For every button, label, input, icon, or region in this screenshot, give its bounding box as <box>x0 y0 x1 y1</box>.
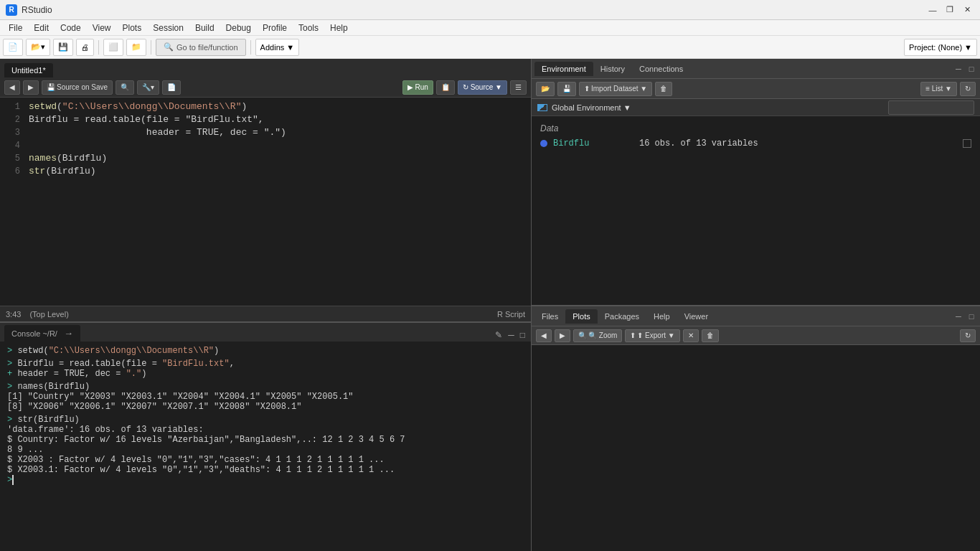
tab-packages[interactable]: Packages <box>598 309 646 324</box>
run-button[interactable]: ▶ Run <box>402 80 433 95</box>
console-minimize-icon[interactable]: ─ <box>507 329 516 342</box>
files-minimize-btn[interactable]: ─ <box>953 311 964 322</box>
console-line: > setwd("C:\\Users\\dongg\\Documents\\R"… <box>7 346 524 356</box>
zoom-btn[interactable]: 🔍 🔍 Zoom <box>573 329 622 342</box>
env-maximize-btn[interactable]: □ <box>966 63 977 75</box>
menu-item-view[interactable]: View <box>87 22 117 34</box>
tab-connections[interactable]: Connections <box>632 62 690 76</box>
addins-button[interactable]: Addins ▼ <box>255 39 300 56</box>
load-workspace-btn[interactable]: 📂 <box>536 82 555 96</box>
project-open-button[interactable]: 📁 <box>126 39 146 56</box>
import-dataset-btn[interactable]: ⬆ Import Dataset ▼ <box>579 82 652 96</box>
env-expand-btn[interactable] <box>963 139 971 148</box>
env-var-value: 16 obs. of 13 variables <box>639 138 758 149</box>
env-refresh-btn[interactable]: ↻ <box>960 82 976 96</box>
console-command: Birdflu = read.table(file = "BirdFlu.txt… <box>17 359 234 369</box>
menu-item-tools[interactable]: Tools <box>293 22 324 34</box>
tab-plots[interactable]: Plots <box>565 309 597 324</box>
compile-button[interactable]: 📄 <box>162 80 181 95</box>
save-button[interactable]: 💾 <box>53 39 73 56</box>
console-panel: Console ~/R/ → ✎ ─ □ > setwd("C:\\Users\… <box>0 321 531 551</box>
tab-environment[interactable]: Environment <box>534 62 593 76</box>
goto-file-button[interactable]: 🔍 Go to file/function <box>156 39 246 56</box>
toolbar-separator-3 <box>250 40 251 55</box>
tab-files[interactable]: Files <box>534 309 565 324</box>
console-cursor-line[interactable]: > <box>7 475 524 485</box>
options-button[interactable]: ☰ <box>510 80 527 95</box>
open-button[interactable]: 📂▾ <box>26 39 50 56</box>
maximize-button[interactable]: ❐ <box>943 4 957 17</box>
menu-item-debug[interactable]: Debug <box>220 22 257 34</box>
toolbar-separator <box>98 40 99 55</box>
back-plots-btn[interactable]: ◀ <box>536 329 552 342</box>
line-number: 2 <box>0 113 26 126</box>
menu-item-session[interactable]: Session <box>147 22 189 34</box>
menu-item-file[interactable]: File <box>3 22 28 34</box>
cursor-position: 3:43 <box>6 310 21 319</box>
line-content: str(Birdflu) <box>26 165 96 178</box>
clear-plots-btn[interactable]: 🗑 <box>702 329 719 342</box>
plots-refresh-btn[interactable]: ↻ <box>960 329 976 342</box>
tab-history[interactable]: History <box>593 62 632 76</box>
global-env-label[interactable]: Global Environment ▼ <box>552 103 631 112</box>
console-clear-icon[interactable]: ✎ <box>494 329 504 342</box>
save-workspace-btn[interactable]: 💾 <box>557 82 576 96</box>
console-maximize-icon[interactable]: □ <box>519 329 527 342</box>
import-label: Import Dataset ▼ <box>591 85 647 93</box>
minimize-button[interactable]: — <box>925 4 940 17</box>
console-tab[interactable]: Console ~/R/ → <box>4 325 80 342</box>
menu-item-build[interactable]: Build <box>189 22 220 34</box>
print-button[interactable]: 🖨 <box>76 39 94 56</box>
new-project-button[interactable]: ⬜ <box>103 39 123 56</box>
console-tabs: Console ~/R/ → ✎ ─ □ <box>0 323 531 342</box>
menu-item-plots[interactable]: Plots <box>117 22 148 34</box>
code-editor[interactable]: 1setwd("C:\\Users\\dongg\\Documents\\R")… <box>0 98 531 306</box>
clear-objects-btn[interactable]: 🗑 <box>655 82 672 96</box>
console-prompt: + <box>7 369 17 379</box>
menu-item-profile[interactable]: Profile <box>257 22 293 34</box>
export-btn[interactable]: ⬆ ⬆ Export ▼ <box>625 329 679 342</box>
back-button[interactable]: ◀ <box>4 80 20 95</box>
console-output[interactable]: > setwd("C:\\Users\\dongg\\Documents\\R"… <box>0 342 531 551</box>
env-minimize-btn[interactable]: ─ <box>953 63 964 75</box>
close-button[interactable]: ✕ <box>960 4 974 17</box>
editor-toolbar: ◀ ▶ 💾 Source on Save 🔍 🔧▾ 📄 ▶ Run 📋 ↻ So… <box>0 77 531 98</box>
run-document-button[interactable]: 📋 <box>436 80 455 95</box>
editor-tabs: Untitled1* <box>0 59 531 77</box>
search-button[interactable]: 🔍 <box>116 80 134 95</box>
project-button[interactable]: Project: (None) ▼ <box>904 39 977 56</box>
save-source-button[interactable]: 💾 Source on Save <box>42 80 113 95</box>
env-var-name[interactable]: Birdflu <box>553 138 639 149</box>
remove-plot-btn[interactable]: ✕ <box>683 329 699 342</box>
console-line: [1] "Country" "X2003" "X2003.1" "X2004" … <box>7 392 524 402</box>
env-search-input[interactable] <box>888 100 974 115</box>
line-content: names(Birdflu) <box>26 152 107 165</box>
menu-item-edit[interactable]: Edit <box>28 22 55 34</box>
editor-tab-untitled1[interactable]: Untitled1* <box>4 63 53 77</box>
global-env-row: Global Environment ▼ <box>532 99 980 116</box>
source-button[interactable]: ↻ Source ▼ <box>458 80 507 95</box>
files-maximize-btn[interactable]: □ <box>966 311 977 322</box>
code-line-2: 2Birdflu = read.table(file = "BirdFlu.tx… <box>0 113 531 126</box>
new-file-button[interactable]: 📄 <box>3 39 23 56</box>
context-label: (Top Level) <box>29 310 68 319</box>
right-panel: Environment History Connections ─ □ 📂 💾 … <box>531 59 980 551</box>
forward-button[interactable]: ▶ <box>23 80 39 95</box>
files-panel-tabs: Files Plots Packages Help Viewer ─ □ <box>532 306 980 326</box>
env-variable-birdflu: Birdflu 16 obs. of 13 variables <box>536 136 976 151</box>
file-type: R Script <box>497 310 525 319</box>
tab-help[interactable]: Help <box>646 309 677 324</box>
menu-item-code[interactable]: Code <box>55 22 87 34</box>
zoom-icon: 🔍 <box>578 331 587 339</box>
code-tools-button[interactable]: 🔧▾ <box>137 80 159 95</box>
line-number: 6 <box>0 165 26 178</box>
zoom-label: 🔍 Zoom <box>588 331 617 339</box>
tab-viewer[interactable]: Viewer <box>677 309 715 324</box>
env-data-section: Data <box>536 121 976 136</box>
menu-item-help[interactable]: Help <box>324 22 354 34</box>
main-layout: Untitled1* ◀ ▶ 💾 Source on Save 🔍 🔧▾ 📄 ▶… <box>0 59 980 551</box>
forward-plots-btn[interactable]: ▶ <box>555 329 570 342</box>
line-content <box>26 139 29 152</box>
line-number: 5 <box>0 152 26 165</box>
list-btn[interactable]: ≡ List ▼ <box>920 82 957 96</box>
